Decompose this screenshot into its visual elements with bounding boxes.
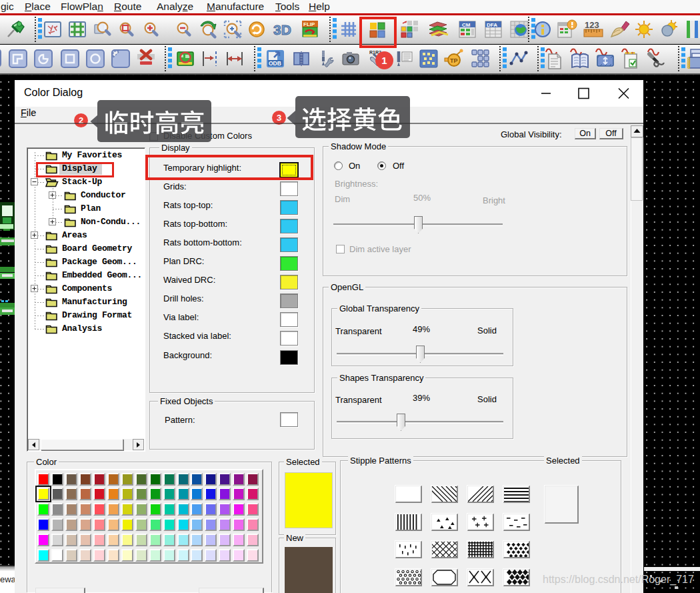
svg-text:FLIP: FLIP <box>303 21 315 27</box>
svg-text:123: 123 <box>585 20 599 30</box>
svg-text:ODB: ODB <box>269 60 281 67</box>
svg-text:DFA: DFA <box>487 22 497 28</box>
svg-text:3D: 3D <box>273 22 291 37</box>
svg-text:CM: CM <box>462 22 471 28</box>
svg-text:TP: TP <box>450 57 458 64</box>
